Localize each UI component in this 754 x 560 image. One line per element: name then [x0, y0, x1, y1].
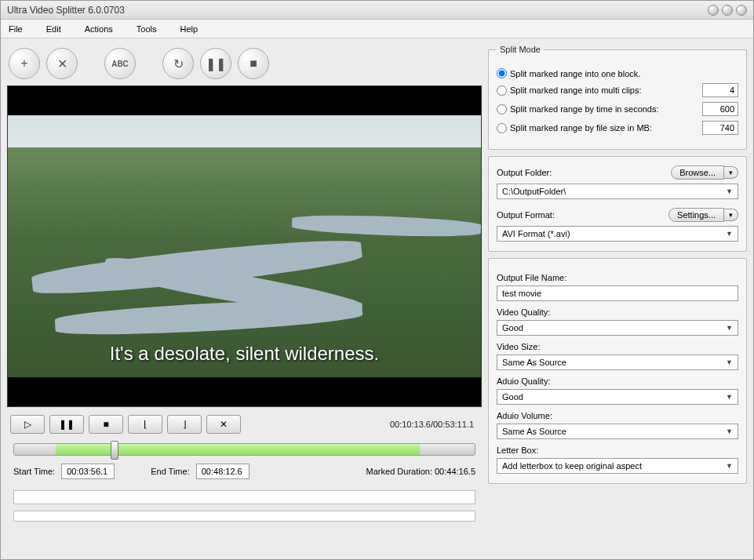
timeline-slider[interactable] — [13, 443, 475, 456]
output-folder-label: Output Folder: — [497, 168, 552, 177]
browse-button-group: Browse... ▾ — [671, 165, 738, 180]
browse-button[interactable]: Browse... — [671, 165, 724, 180]
video-size-select[interactable]: Same As Source▼ — [497, 355, 738, 370]
start-time-label: Start Time: — [13, 467, 55, 476]
output-folder-select[interactable]: C:\OutputFolder\ ▼ — [497, 184, 738, 199]
size-mb-input[interactable] — [702, 121, 738, 135]
app-window: Ultra Video Splitter 6.0.0703 File Edit … — [0, 0, 754, 560]
split-opt-multi-clips[interactable]: Split marked range into multi clips: — [497, 85, 642, 96]
video-quality-label: Video Quality: — [497, 307, 738, 317]
play-button[interactable]: ▷ — [10, 415, 45, 434]
settings-panel: Output File Name: Video Quality: Good▼ V… — [488, 258, 747, 484]
menu-file[interactable]: File — [9, 24, 23, 34]
menu-tools[interactable]: Tools — [137, 24, 157, 34]
stop-top-button[interactable]: ■ — [238, 48, 269, 79]
letterbox-label: Letter Box: — [497, 445, 738, 455]
plus-icon: + — [20, 56, 27, 71]
radio-one-block[interactable] — [497, 68, 507, 78]
audio-quality-label: Aduio Quality: — [497, 376, 738, 386]
chevron-down-icon: ▼ — [726, 187, 733, 195]
menu-edit[interactable]: Edit — [46, 24, 61, 34]
chevron-down-icon: ▼ — [726, 462, 733, 470]
filename-input[interactable] — [497, 285, 738, 301]
multi-clips-input[interactable] — [702, 83, 738, 97]
refresh-button[interactable]: ↻ — [162, 48, 194, 79]
radio-by-time[interactable] — [497, 104, 507, 115]
settings-dropdown[interactable]: ▾ — [724, 209, 738, 221]
status-bar — [13, 511, 475, 522]
output-format-select[interactable]: AVI Format (*.avi) ▼ — [497, 226, 738, 242]
x-icon: ✕ — [57, 56, 67, 71]
split-mode-panel: Split Mode Split marked range into one b… — [488, 45, 747, 150]
mark-out-button[interactable]: ⌋ — [167, 415, 202, 434]
chevron-down-icon: ▼ — [726, 358, 733, 366]
stop-button[interactable]: ■ — [89, 415, 123, 434]
maximize-button[interactable] — [722, 5, 733, 16]
subtitle-text: It's a desolate, silent wilderness. — [8, 343, 481, 365]
stop-icon: ■ — [250, 56, 257, 71]
video-quality-select[interactable]: Good▼ — [497, 320, 738, 336]
split-opt-one-block[interactable]: Split marked range into one block. — [497, 68, 640, 78]
playhead-thumb[interactable] — [111, 441, 118, 460]
pause-button[interactable]: ❚❚ — [49, 415, 84, 434]
right-pane: Split Mode Split marked range into one b… — [488, 45, 747, 553]
output-folder-value: C:\OutputFolder\ — [502, 187, 566, 196]
split-mode-legend: Split Mode — [497, 45, 544, 54]
window-controls — [708, 5, 747, 16]
letterbox-top — [8, 86, 481, 115]
remove-button[interactable]: ✕ — [46, 48, 78, 79]
add-button[interactable]: + — [9, 48, 40, 79]
refresh-icon: ↻ — [173, 56, 184, 71]
time-display: 00:10:13.6/00:53:11.1 — [390, 420, 479, 429]
playback-controls: ▷ ❚❚ ■ ⌊ ⌋ ✕ 00:10:13.6/00:53:11.1 — [7, 407, 482, 438]
start-time-input[interactable]: 00:03:56.1 — [61, 464, 115, 479]
marked-duration: Marked Duration: 00:44:16.5 — [366, 467, 475, 476]
abc-button[interactable]: ABC — [104, 48, 136, 79]
settings-button[interactable]: Settings... — [668, 208, 724, 222]
audio-volume-label: Aduio Volume: — [497, 411, 738, 420]
settings-button-group: Settings... ▾ — [668, 207, 738, 223]
menubar: File Edit Actions Tools Help — [1, 20, 753, 38]
chevron-down-icon: ▼ — [726, 427, 733, 435]
mark-in-button[interactable]: ⌊ — [128, 415, 162, 434]
letterbox-select[interactable]: Add letterbox to keep original aspect▼ — [497, 458, 738, 474]
toolbar: + ✕ ABC ↻ ❚❚ ■ — [7, 45, 482, 85]
chevron-down-icon: ▼ — [726, 393, 733, 401]
radio-multi-clips[interactable] — [497, 85, 507, 96]
abc-icon: ABC — [111, 60, 129, 68]
clear-marks-button[interactable]: ✕ — [206, 415, 241, 434]
time-info-row: Start Time: 00:03:56.1 End Time: 00:48:1… — [7, 464, 482, 487]
video-preview[interactable]: It's a desolate, silent wilderness. — [7, 85, 482, 407]
menu-help[interactable]: Help — [180, 24, 198, 34]
progress-bar — [13, 490, 475, 504]
window-title: Ultra Video Splitter 6.0.0703 — [7, 5, 125, 16]
pause-icon: ❚❚ — [206, 56, 226, 71]
browse-dropdown[interactable]: ▾ — [724, 166, 738, 179]
split-opt-by-time[interactable]: Split marked range by time in seconds: — [497, 104, 659, 115]
menu-actions[interactable]: Actions — [85, 24, 113, 34]
letterbox-bottom — [8, 377, 481, 406]
minimize-button[interactable] — [708, 5, 719, 16]
filename-label: Output File Name: — [497, 273, 738, 282]
titlebar: Ultra Video Splitter 6.0.0703 — [1, 1, 753, 20]
close-button[interactable] — [736, 5, 747, 16]
chevron-down-icon: ▼ — [726, 230, 733, 238]
audio-volume-select[interactable]: Same As Source▼ — [497, 424, 738, 439]
chevron-down-icon: ▼ — [726, 324, 733, 332]
radio-by-size[interactable] — [497, 123, 507, 133]
split-opt-by-size[interactable]: Split marked range by file size in MB: — [497, 123, 652, 133]
video-size-label: Video Size: — [497, 342, 738, 351]
time-seconds-input[interactable] — [702, 102, 738, 116]
output-panel: Output Folder: Browse... ▾ C:\OutputFold… — [488, 156, 747, 252]
output-format-value: AVI Format (*.avi) — [502, 229, 570, 238]
end-time-label: End Time: — [151, 467, 190, 476]
left-pane: + ✕ ABC ↻ ❚❚ ■ It's a desolate, silent w… — [7, 45, 482, 553]
pause-top-button[interactable]: ❚❚ — [200, 48, 231, 79]
end-time-input[interactable]: 00:48:12.6 — [196, 464, 250, 479]
output-format-label: Output Format: — [497, 210, 555, 220]
audio-quality-select[interactable]: Good▼ — [497, 389, 738, 405]
main-area: + ✕ ABC ↻ ❚❚ ■ It's a desolate, silent w… — [1, 38, 753, 559]
